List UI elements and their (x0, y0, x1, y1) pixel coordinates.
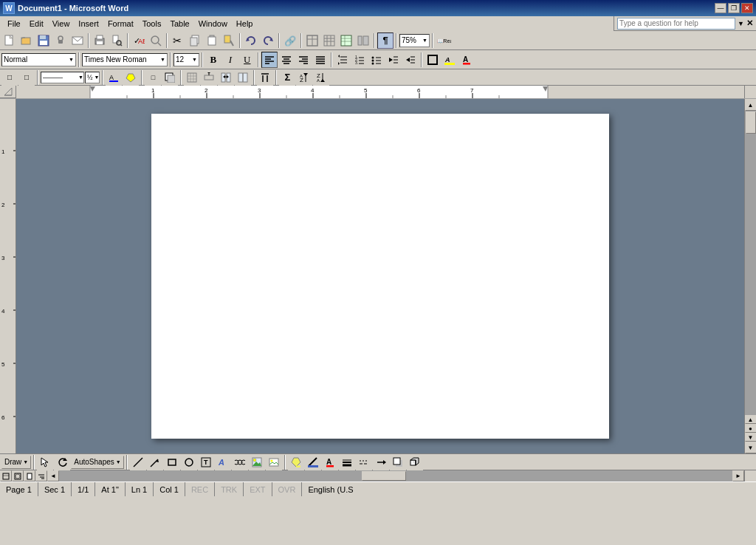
page-content[interactable] (205, 158, 556, 380)
bold-button[interactable]: B (205, 52, 221, 68)
menu-file[interactable]: File (3, 16, 25, 31)
menu-help[interactable]: Help (232, 16, 258, 31)
draw-textbox-button[interactable]: T (198, 454, 214, 470)
numbering-button[interactable]: 1.2.3. (351, 52, 368, 68)
close-button[interactable]: ✕ (741, 3, 753, 13)
zoom-in-button[interactable]: ▲ (745, 415, 757, 424)
columns-button[interactable] (355, 32, 371, 49)
style-dropdown[interactable]: Normal ▼ (1, 53, 76, 66)
copy-button[interactable] (187, 32, 203, 49)
vertical-scrollbar[interactable]: ▲ ▲ ● ▼ ▼ (744, 99, 756, 453)
line-color-btn[interactable]: A (106, 69, 122, 86)
draw-select-button[interactable] (37, 454, 53, 470)
draw-rectangle-button[interactable] (164, 454, 180, 470)
draw-font-color3-button[interactable]: A (322, 454, 338, 470)
zoom-mid-button[interactable]: ● (745, 424, 757, 433)
h-scroll-right-button[interactable]: ► (732, 470, 744, 481)
web-layout-button[interactable] (12, 470, 24, 481)
read-button[interactable]: 📖Read (436, 32, 452, 49)
help-close-button[interactable]: ✕ (746, 18, 753, 28)
spelling-button[interactable]: ✓ABC (131, 32, 147, 49)
redo-button[interactable] (260, 32, 276, 49)
style-box2[interactable]: □ (18, 69, 35, 86)
print-button[interactable] (92, 32, 108, 49)
draw-clipart-button[interactable] (249, 454, 265, 470)
draw-arrow-button[interactable] (147, 454, 163, 470)
cut-button[interactable]: ✂ (170, 32, 186, 49)
help-search-input[interactable] (617, 18, 735, 30)
insert-excel-button[interactable] (338, 32, 354, 49)
font-color-button[interactable]: A (458, 52, 475, 68)
scroll-thumb[interactable] (746, 112, 756, 134)
highlight-button[interactable]: A (441, 52, 458, 68)
zoom-arrow[interactable]: ▼ (422, 38, 427, 43)
bullets-button[interactable] (368, 52, 385, 68)
zoom-dropdown[interactable]: 75% ▼ (399, 34, 430, 47)
h-scroll-left-button[interactable]: ◄ (47, 470, 59, 481)
print-layout-button[interactable] (24, 470, 35, 481)
justify-button[interactable] (312, 52, 329, 68)
draw-line-color-button[interactable] (305, 454, 321, 470)
hyperlink-button[interactable]: 🔗 (282, 32, 298, 49)
font-dropdown[interactable]: Times New Roman ▼ (82, 53, 168, 66)
table-btn2[interactable] (184, 69, 200, 86)
draw-3d-style-button[interactable] (407, 454, 423, 470)
draw-shadow-style-button[interactable] (390, 454, 406, 470)
decrease-indent-button[interactable] (385, 52, 402, 68)
draw-diagram-button[interactable] (232, 454, 248, 470)
open-button[interactable] (18, 32, 35, 49)
menu-view[interactable]: View (48, 16, 75, 31)
insert-table-button[interactable] (321, 32, 337, 49)
draw-line-style-button[interactable] (339, 454, 355, 470)
size-dropdown[interactable]: 12 ▼ (173, 53, 199, 66)
menu-format[interactable]: Format (103, 16, 138, 31)
center-button[interactable] (278, 52, 295, 68)
draw-wordart-button[interactable]: A (215, 454, 231, 470)
email-button[interactable] (69, 32, 86, 49)
line-style-dropdown[interactable]: ——— ▼ (41, 72, 84, 83)
research-button[interactable] (148, 32, 164, 49)
fill-color-btn[interactable] (123, 69, 139, 86)
shadow-btn[interactable]: □ (145, 69, 161, 86)
outline-view-button[interactable] (35, 470, 47, 481)
help-dropdown-arrow[interactable]: ▼ (738, 20, 744, 27)
menu-tools[interactable]: Tools (138, 16, 166, 31)
draw-button[interactable]: Draw ▼ (1, 456, 31, 469)
scroll-up-button[interactable]: ▲ (745, 99, 757, 111)
sum-btn[interactable]: Σ (279, 69, 295, 86)
draw-picture-button[interactable] (266, 454, 282, 470)
restore-button[interactable]: ❐ (728, 3, 740, 13)
permission-button[interactable] (52, 32, 69, 49)
draw-line-button[interactable] (130, 454, 146, 470)
draw-oval-button[interactable] (181, 454, 197, 470)
increase-indent-button[interactable] (402, 52, 419, 68)
menu-edit[interactable]: Edit (25, 16, 48, 31)
menu-insert[interactable]: Insert (74, 16, 103, 31)
draw-free-rotate-button[interactable] (54, 454, 70, 470)
align-right-button[interactable] (295, 52, 312, 68)
align-top-btn[interactable] (257, 69, 273, 86)
sort-desc-btn[interactable]: ZA (313, 69, 329, 86)
sort-asc-btn[interactable]: AZ (296, 69, 312, 86)
document-area[interactable] (16, 99, 744, 453)
merge-cells-btn[interactable] (218, 69, 234, 86)
draw-arrow-style-button[interactable] (373, 454, 389, 470)
h-scroll-thumb[interactable] (362, 471, 406, 481)
save-button[interactable] (35, 32, 52, 49)
outside-border-button[interactable] (425, 52, 441, 68)
minimize-button[interactable]: — (715, 3, 726, 13)
fraction-dropdown[interactable]: ½ ▼ (85, 72, 100, 83)
menu-table[interactable]: Table (165, 16, 193, 31)
menu-window[interactable]: Window (194, 16, 232, 31)
print-preview-button[interactable] (109, 32, 125, 49)
align-left-button[interactable] (261, 52, 278, 68)
autoshapes-button[interactable]: AutoShapes ▼ (71, 456, 123, 469)
undo-button[interactable] (243, 32, 259, 49)
tables-borders-button[interactable] (304, 32, 320, 49)
italic-button[interactable]: I (222, 52, 238, 68)
paste-button[interactable] (204, 32, 220, 49)
box-style-btn[interactable] (162, 69, 178, 86)
scroll-down-button[interactable]: ▼ (745, 442, 757, 453)
show-hide-button[interactable]: ¶ (377, 32, 394, 49)
style-box1[interactable]: □ (1, 69, 18, 86)
